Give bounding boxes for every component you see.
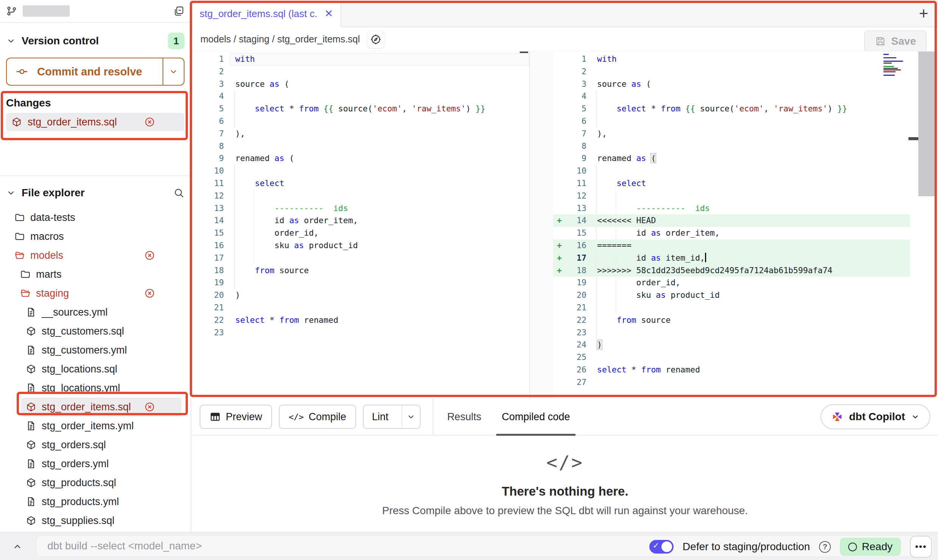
code-line[interactable]: 12 [553,190,910,202]
line-number: 23 [192,327,230,339]
copy-files-icon[interactable] [173,5,184,17]
code-line[interactable]: 10 [553,165,910,177]
code-line[interactable]: 21 [192,302,529,314]
file-tree-item-data-tests[interactable]: data-tests [6,208,184,227]
file-explorer-header[interactable]: File explorer [6,186,184,200]
save-button[interactable]: Save [864,30,927,52]
search-icon[interactable] [173,187,184,199]
code-line[interactable]: 13 ---------- ids [553,202,910,215]
new-tab-button[interactable]: + [914,4,933,23]
defer-toggle[interactable]: ✓ [649,540,674,554]
code-line[interactable]: 3source as ( [553,78,910,91]
code-line[interactable]: 21 [553,302,910,314]
commit-options-dropdown[interactable] [163,58,184,85]
code-line[interactable]: 23 [553,327,910,339]
code-line[interactable]: +14<<<<<<< HEAD [553,214,910,227]
lint-button[interactable]: Lint [363,405,421,429]
code-line[interactable]: 24) [553,339,910,351]
code-line[interactable]: 12 [192,190,529,202]
code-line[interactable]: +16======= [553,239,910,252]
discard-change-icon[interactable] [144,117,155,127]
code-line[interactable]: 18 from source [192,264,529,277]
code-line[interactable]: 1with [192,53,529,66]
code-line[interactable]: 1with [553,53,910,66]
compile-button[interactable]: </> Compile [279,405,356,429]
code-line[interactable]: 19 order_id, [553,277,910,289]
tab-compiled-code[interactable]: Compiled code [496,398,575,435]
code-line[interactable]: 19 [192,277,529,289]
changed-file-row[interactable]: stg_order_items.sql [6,113,184,131]
file-tree-item-stg-customers-yml[interactable]: stg_customers.yml [6,341,184,360]
right-pane-scrollbar-thumb[interactable] [918,52,936,196]
code-line[interactable]: 16 sku as product_id [192,239,529,252]
code-line[interactable]: 10 [192,165,529,177]
preview-button[interactable]: Preview [200,405,272,429]
code-line[interactable]: 7), [553,128,910,140]
code-line[interactable]: 8 [553,140,910,153]
code-line[interactable]: 3source as ( [192,78,529,91]
code-line[interactable]: +18>>>>>>> 58c1dd23d5eebd9cd2495fa7124ab… [553,264,910,277]
commit-and-resolve-button[interactable]: Commit and resolve [6,58,184,86]
discard-change-icon[interactable] [144,402,155,412]
code-line[interactable]: 6 [192,115,529,128]
code-line[interactable]: 22 from source [553,314,910,327]
code-line[interactable]: 2 [553,66,910,78]
code-line[interactable]: 11 select [553,177,910,190]
editor-tabbar: stg_order_items.sql (last c... ✕ + [192,0,938,27]
code-line[interactable]: 15 order_id, [192,227,529,239]
code-line[interactable]: 27 [553,376,910,389]
file-tree-item-stg-orders-yml[interactable]: stg_orders.yml [6,454,184,473]
close-tab-icon[interactable]: ✕ [324,8,333,20]
code-line[interactable]: 7), [192,128,529,140]
file-tree-item-stg-products-yml[interactable]: stg_products.yml [6,492,184,511]
code-line[interactable]: 2 [192,66,529,78]
code-line[interactable]: 23 [192,327,529,339]
file-tree-item-stg-customers-sql[interactable]: stg_customers.sql [6,322,184,341]
file-tree-item--sources-yml[interactable]: __sources.yml [6,303,184,322]
code-line[interactable]: 5 select * from {{ source('ecom', 'raw_i… [192,103,529,115]
file-tree-item-stg-locations-sql[interactable]: stg_locations.sql [6,360,184,379]
code-line[interactable]: 26select * from renamed [553,364,910,376]
version-control-header[interactable]: Version control 1 [6,34,184,48]
code-line[interactable]: 4 [553,90,910,103]
file-tree-item-macros[interactable]: macros [6,227,184,246]
tab-stg-order-items[interactable]: stg_order_items.sql (last c... ✕ [192,0,341,27]
code-line[interactable]: 14 id as order_item, [192,214,529,227]
code-line[interactable]: 8 [192,140,529,153]
code-line[interactable]: 17 [192,252,529,264]
editor-pane-modified[interactable]: 1with23source as (45 select * from {{ so… [553,52,938,399]
help-icon[interactable]: ? [819,541,831,553]
file-tree-item-stg-products-sql[interactable]: stg_products.sql [6,473,184,492]
discard-change-icon[interactable] [144,250,155,261]
lint-dropdown[interactable] [402,405,420,428]
file-tree-item-marts[interactable]: marts [6,265,184,284]
file-tree-item-stg-orders-sql[interactable]: stg_orders.sql [6,435,184,454]
file-tree-item-stg-locations-yml[interactable]: stg_locations.yml [6,379,184,397]
code-line[interactable]: 9renamed as ( [192,152,529,165]
tab-results[interactable]: Results [442,398,486,435]
code-line[interactable]: 25 [553,351,910,364]
code-line[interactable]: 4 [192,90,529,103]
code-line[interactable]: 6 [553,115,910,128]
code-line[interactable]: 9renamed as ( [553,152,910,165]
folder-icon [20,269,31,280]
code-line[interactable]: 5 select * from {{ source('ecom', 'raw_i… [553,103,910,115]
code-line[interactable]: 20 sku as product_id [553,289,910,302]
expand-runner-icon[interactable] [8,539,27,555]
code-line[interactable]: 22select * from renamed [192,314,529,327]
file-tree-item-staging[interactable]: staging [6,284,184,303]
code-line[interactable]: 13 ---------- ids [192,202,529,215]
code-line[interactable]: +17 id as item_id, [553,252,910,264]
file-tree-item-models[interactable]: models [6,246,184,265]
editor-pane-original[interactable]: 1with23source as (45 select * from {{ so… [192,52,529,399]
dbt-copilot-button[interactable]: dbt Copilot [821,404,930,429]
discard-change-icon[interactable] [144,288,155,299]
file-tree-item-stg-order-items-yml[interactable]: stg_order_items.yml [6,416,184,435]
code-line[interactable]: 11 select [192,177,529,190]
more-options-button[interactable]: ••• [910,536,932,558]
code-line[interactable]: 15 id as order_item, [553,227,910,239]
file-tree-item-stg-order-items-sql[interactable]: stg_order_items.sql [21,397,181,416]
code-line[interactable]: 20) [192,289,529,302]
compass-icon[interactable] [367,30,385,48]
file-tree-item-stg-supplies-sql[interactable]: stg_supplies.sql [6,511,184,530]
